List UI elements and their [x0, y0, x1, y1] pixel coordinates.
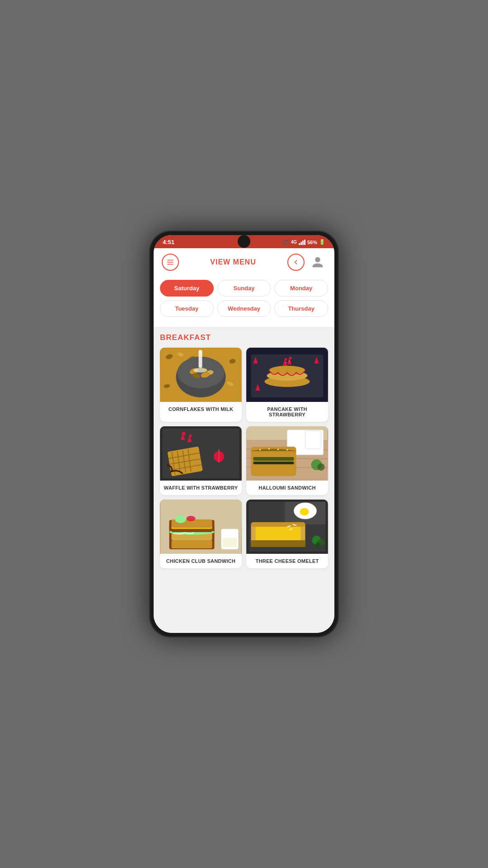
app-header: VIEW MENU [154, 248, 334, 276]
network-type: 4G [291, 240, 297, 245]
phone-notch [238, 235, 250, 248]
waffle-svg [160, 426, 242, 481]
svg-point-24 [269, 366, 305, 375]
tab-wednesday[interactable]: Wednesday [217, 300, 271, 317]
svg-rect-69 [172, 540, 212, 548]
header-right-icons [287, 254, 326, 271]
omelet-label: THREE CHEESE OMELET [246, 554, 328, 568]
svg-point-75 [175, 516, 186, 523]
omelet-image [246, 500, 328, 554]
tab-thursday[interactable]: Thursday [274, 300, 328, 317]
svg-point-30 [289, 361, 290, 362]
menu-button[interactable] [162, 254, 179, 271]
svg-rect-18 [199, 350, 202, 368]
pancake-image [246, 348, 328, 402]
svg-rect-57 [253, 457, 294, 461]
menu-content: BREAKFAST [154, 327, 334, 633]
tab-tuesday[interactable]: Tuesday [160, 300, 214, 317]
tab-sunday[interactable]: Sunday [217, 280, 271, 297]
battery-percent: 56% [307, 240, 317, 245]
menu-item-pancake[interactable]: PANCAKE WITH STRAWBERRY [246, 348, 328, 422]
user-icon [311, 256, 324, 269]
menu-item-waffle[interactable]: WAFFLE WITH STRAWBERRY [160, 426, 242, 495]
menu-grid: CORNFLAKES WITH MILK [160, 348, 328, 568]
chevron-left-icon [292, 258, 300, 266]
svg-point-87 [300, 508, 309, 515]
phone-frame: 4:51 🎧 4G 56% 🔋 [149, 231, 339, 637]
menu-item-omelet[interactable]: THREE CHEESE OMELET [246, 500, 328, 568]
page-title: VIEW MENU [210, 258, 256, 266]
svg-point-59 [259, 449, 261, 451]
svg-point-45 [182, 432, 186, 435]
halloumi-image [246, 426, 328, 481]
day-tabs-container: Saturday Sunday Monday Tuesday Wednesday… [154, 276, 334, 327]
svg-rect-85 [251, 540, 305, 547]
omelet-svg [246, 500, 328, 554]
signal-bars [299, 240, 305, 245]
signal-bar-3 [302, 241, 304, 245]
cornflakes-label: CORNFLAKES WITH MILK [160, 402, 242, 416]
waffle-label: WAFFLE WITH STRAWBERRY [160, 481, 242, 495]
svg-rect-55 [305, 431, 321, 449]
svg-point-60 [268, 448, 270, 450]
svg-rect-78 [223, 538, 237, 547]
pancake-label: PANCAKE WITH STRAWBERRY [246, 402, 328, 422]
svg-rect-58 [253, 462, 294, 464]
pancake-svg [246, 348, 328, 402]
menu-item-cornflakes[interactable]: CORNFLAKES WITH MILK [160, 348, 242, 422]
svg-point-29 [286, 362, 286, 363]
back-button[interactable] [287, 254, 305, 271]
phone-screen: 4:51 🎧 4G 56% 🔋 [154, 235, 334, 633]
tab-monday[interactable]: Monday [274, 280, 328, 297]
signal-bar-2 [300, 242, 302, 245]
svg-point-26 [285, 358, 287, 361]
svg-point-28 [289, 357, 292, 359]
day-tabs-row-1: Saturday Sunday Monday [160, 280, 328, 297]
svg-point-64 [318, 463, 325, 471]
cornflakes-svg [160, 348, 242, 402]
cornflakes-image [160, 348, 242, 402]
hamburger-icon [166, 258, 174, 266]
day-tabs-row-2: Tuesday Wednesday Thursday [160, 300, 328, 317]
svg-point-93 [315, 542, 321, 547]
halloumi-label: HALLOUMI SANDWICH [246, 481, 328, 495]
svg-rect-84 [256, 527, 301, 542]
chicken-label: CHICKEN CLUB SANDWICH [160, 554, 242, 568]
svg-point-47 [189, 434, 192, 437]
menu-item-halloumi[interactable]: HALLOUMI SANDWICH [246, 426, 328, 495]
waffle-image [160, 426, 242, 481]
svg-point-61 [277, 449, 279, 450]
chicken-image [160, 500, 242, 554]
status-time: 4:51 [163, 239, 174, 245]
breakfast-section-title: BREAKFAST [160, 333, 328, 342]
svg-point-76 [187, 516, 196, 521]
battery-icon: 🔋 [319, 239, 325, 245]
user-profile-button[interactable] [309, 254, 326, 271]
svg-rect-83 [251, 522, 305, 527]
halloumi-svg [246, 426, 328, 481]
status-icons: 🎧 4G 56% 🔋 [283, 239, 325, 245]
tab-saturday[interactable]: Saturday [160, 280, 214, 297]
menu-item-chicken[interactable]: CHICKEN CLUB SANDWICH [160, 500, 242, 568]
chicken-svg [160, 500, 242, 554]
signal-bar-4 [304, 240, 305, 245]
svg-point-62 [286, 449, 288, 451]
headphone-icon: 🎧 [283, 239, 289, 245]
svg-point-19 [194, 368, 207, 373]
signal-bar-1 [299, 243, 300, 245]
